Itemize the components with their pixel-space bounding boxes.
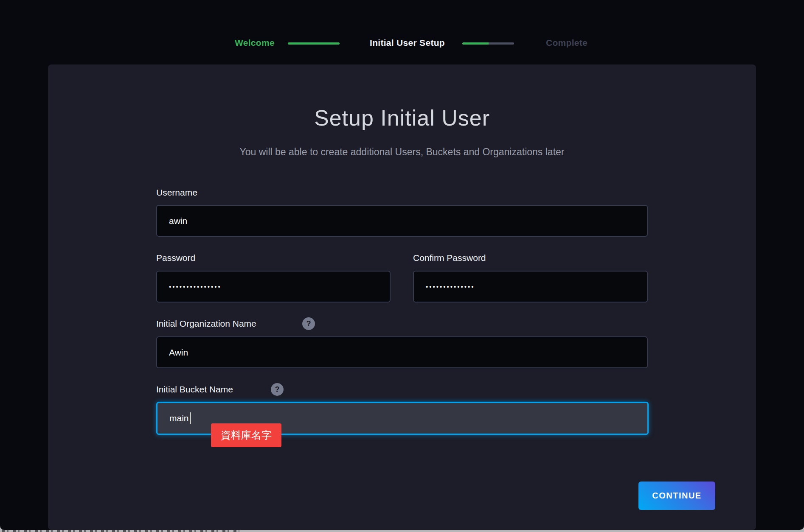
- stepper-step-complete[interactable]: Complete: [546, 38, 588, 48]
- page-title: Setup Initial User: [48, 105, 756, 131]
- bucket-help-question-mark-icon[interactable]: ?: [271, 383, 284, 396]
- app-window: Welcome Initial User Setup Complete Setu…: [0, 0, 804, 530]
- initial-org-name-input[interactable]: Awin: [156, 336, 648, 368]
- username-label: Username: [156, 188, 197, 198]
- bucket-name-tooltip: 資料庫名字: [211, 423, 281, 447]
- initial-org-name-label: Initial Organization Name: [156, 319, 256, 329]
- password-input[interactable]: •••••••••••••••: [156, 271, 391, 302]
- initial-bucket-name-value: main: [169, 413, 189, 423]
- username-value: awin: [169, 216, 187, 226]
- initial-bucket-name-label: Initial Bucket Name: [156, 384, 233, 395]
- continue-button[interactable]: CONTINUE: [638, 482, 715, 510]
- confirm-password-label: Confirm Password: [413, 253, 486, 263]
- username-input[interactable]: awin: [156, 205, 648, 237]
- page-subtitle: You will be able to create additional Us…: [48, 146, 756, 158]
- confirm-password-input[interactable]: ••••••••••••••: [413, 271, 648, 302]
- text-cursor: [190, 412, 191, 424]
- initial-org-name-value: Awin: [169, 347, 188, 358]
- stepper-progress-initial-user-setup: [462, 42, 514, 45]
- confirm-password-masked-value: ••••••••••••••: [426, 283, 475, 290]
- password-label: Password: [156, 253, 195, 263]
- password-masked-value: •••••••••••••••: [169, 283, 222, 290]
- stepper-step-welcome[interactable]: Welcome: [235, 38, 275, 48]
- stepper-progress-welcome: [288, 42, 340, 45]
- stepper-step-initial-user-setup[interactable]: Initial User Setup: [370, 38, 445, 48]
- setup-panel: Setup Initial User You will be able to c…: [48, 64, 756, 530]
- org-help-question-mark-icon[interactable]: ?: [302, 317, 315, 330]
